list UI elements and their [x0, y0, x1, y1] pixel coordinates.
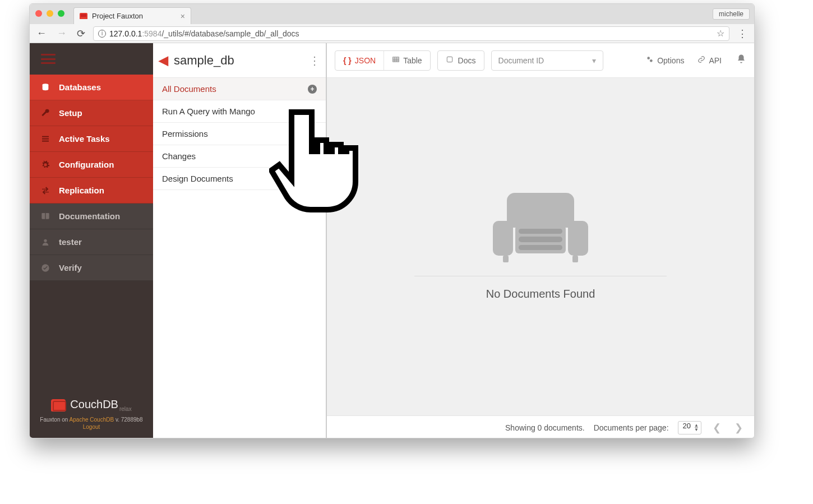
perpage-label: Documents per page: [594, 423, 669, 432]
sidebar-item-label: Configuration [59, 160, 114, 169]
browser-toolbar: ← → ⟳ i 127.0.0.1:5984/_utils/#/database… [30, 24, 754, 43]
book-icon [40, 212, 51, 221]
gears-icon [646, 56, 654, 65]
chrome-menu-icon[interactable]: ⋮ [735, 27, 750, 40]
svg-point-4 [44, 239, 47, 242]
tasks-icon [40, 135, 51, 144]
sidebar-item-label: Verify [59, 263, 82, 272]
perpage-select[interactable]: 20 ▲▼ [678, 421, 701, 434]
content-toolbar: { } JSON Table Docs [327, 43, 754, 78]
checkbox-icon [446, 56, 454, 65]
minimize-window-icon[interactable] [47, 10, 53, 17]
view-mode-segment: { } JSON Table [335, 50, 431, 71]
address-bar[interactable]: i 127.0.0.1:5984/_utils/#/database/sampl… [93, 26, 729, 41]
wrench-icon [40, 109, 51, 118]
svg-rect-2 [42, 138, 49, 139]
sidebar-item-replication[interactable]: Replication [30, 178, 153, 204]
page-next-icon[interactable]: ❯ [732, 422, 745, 434]
sidebar-item-active-tasks[interactable]: Active Tasks [30, 126, 153, 152]
logout-link[interactable]: Logout [83, 424, 100, 430]
subnav-item-design-documents[interactable]: Design Documents [153, 168, 326, 190]
api-link[interactable]: API [694, 56, 725, 65]
braces-icon: { } [343, 56, 352, 65]
forward-button[interactable]: → [54, 27, 69, 39]
svg-rect-3 [42, 140, 49, 141]
dropdown-caret-icon: ▾ [592, 56, 596, 65]
link-icon [697, 56, 705, 65]
footer-version: Fauxton on Apache CouchDB v. 72889b8 [35, 417, 147, 423]
stepper-icon: ▲▼ [694, 423, 699, 432]
sidebar-item-label: Replication [59, 186, 104, 195]
table-view-button[interactable]: Table [384, 51, 429, 70]
sidebar-item-configuration[interactable]: Configuration [30, 152, 153, 178]
database-title: sample_db [174, 53, 303, 68]
sidebar-item-label: Databases [59, 82, 101, 92]
svg-rect-1 [42, 136, 49, 137]
close-window-icon[interactable] [35, 10, 42, 17]
add-document-icon[interactable]: + [308, 85, 317, 94]
sidebar-toggle-row [30, 43, 153, 75]
empty-state: No Documents Found [327, 78, 754, 415]
user-icon [40, 238, 51, 247]
subnav-item-label: Run A Query with Mango [162, 107, 255, 116]
tab-title: Project Fauxton [92, 12, 143, 20]
showing-text: Showing 0 documents. [505, 423, 585, 432]
sidebar-item-label: tester [59, 237, 82, 247]
sidebar-item-label: Active Tasks [59, 134, 110, 144]
sidebar: Databases Setup Active Tasks Configurati… [30, 43, 153, 438]
browser-tab-strip: Project Fauxton × michelle [30, 4, 754, 24]
subnav-item-label: Changes [162, 151, 196, 161]
subnav-header: ◀ sample_db ⋮ [153, 43, 326, 78]
subnav-item-changes[interactable]: Changes [153, 145, 326, 168]
sidebar-item-documentation[interactable]: Documentation [30, 204, 153, 229]
bookmark-star-icon[interactable]: ☆ [717, 28, 724, 39]
sidebar-item-label: Setup [59, 108, 82, 118]
db-kebab-menu-icon[interactable]: ⋮ [309, 54, 320, 67]
check-icon [40, 263, 51, 272]
sidebar-item-label: Documentation [59, 211, 120, 221]
reload-button[interactable]: ⟳ [75, 27, 87, 40]
window-traffic-lights [35, 10, 64, 17]
document-id-dropdown[interactable]: Document ID ▾ [491, 50, 603, 71]
page-prev-icon[interactable]: ❮ [710, 422, 723, 434]
url-port: :5984 [142, 29, 161, 38]
replication-icon [40, 186, 51, 195]
sidebar-item-databases[interactable]: Databases [30, 75, 153, 100]
subnav-item-all-documents[interactable]: All Documents + [153, 78, 326, 100]
url-host: 127.0.0.1 [109, 29, 142, 38]
site-info-icon[interactable]: i [98, 30, 106, 38]
couchdb-logo-text: CouchDBrelax [70, 398, 131, 412]
close-tab-icon[interactable]: × [181, 12, 185, 21]
hamburger-icon[interactable] [41, 54, 56, 64]
options-link[interactable]: Options [643, 56, 687, 65]
url-path: /_utils/#/database/sample_db/_all_docs [161, 29, 299, 38]
back-button[interactable]: ← [34, 27, 49, 39]
svg-point-9 [650, 59, 653, 62]
browser-tab[interactable]: Project Fauxton × [73, 7, 191, 24]
footer-apache-link[interactable]: Apache CouchDB [70, 417, 114, 423]
sidebar-footer: CouchDBrelax Fauxton on Apache CouchDB v… [30, 389, 153, 438]
back-chevron-icon[interactable]: ◀ [159, 53, 168, 68]
empty-message: No Documents Found [486, 288, 595, 300]
subnav-item-label: All Documents [162, 84, 216, 94]
subnav-item-permissions[interactable]: Permissions [153, 123, 326, 145]
table-icon [392, 56, 400, 65]
subnav-item-mango[interactable]: Run A Query with Mango [153, 100, 326, 123]
notifications-bell-icon[interactable] [732, 54, 746, 67]
pager-bar: Showing 0 documents. Documents per page:… [327, 415, 754, 438]
database-icon [40, 83, 51, 92]
sidebar-item-user[interactable]: tester [30, 229, 153, 255]
chrome-profile-badge[interactable]: michelle [713, 8, 750, 20]
content-area: { } JSON Table Docs [327, 43, 754, 438]
sidebar-item-verify[interactable]: Verify [30, 255, 153, 281]
include-docs-button[interactable]: Docs [437, 50, 484, 71]
subnav-item-label: Permissions [162, 129, 208, 138]
sidebar-item-setup[interactable]: Setup [30, 100, 153, 126]
maximize-window-icon[interactable] [58, 10, 64, 17]
subnav-item-label: Design Documents [162, 174, 233, 183]
couchdb-favicon [80, 13, 87, 19]
couchdb-logo-icon [51, 399, 66, 411]
json-view-button[interactable]: { } JSON [335, 51, 384, 70]
gear-icon [40, 160, 51, 169]
couch-empty-icon [493, 193, 588, 266]
